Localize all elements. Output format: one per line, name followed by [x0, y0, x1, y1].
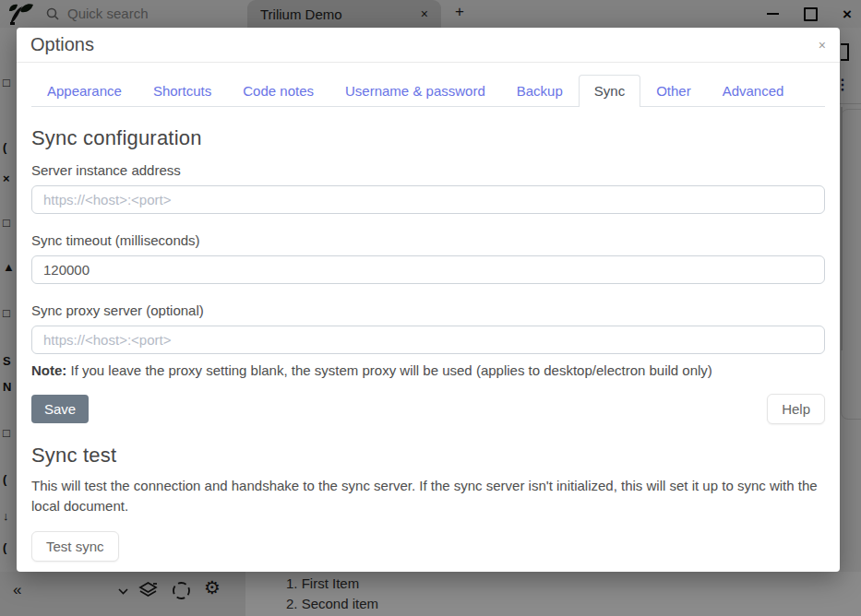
test-sync-button[interactable]: Test sync [31, 531, 119, 562]
tab-advanced[interactable]: Advanced [707, 75, 800, 106]
sync-test-description: This will test the connection and handsh… [31, 476, 825, 516]
sync-timeout-input[interactable] [31, 255, 825, 284]
proxy-note-label: Note: [31, 362, 66, 378]
tab-sync[interactable]: Sync [579, 75, 640, 107]
server-address-input[interactable] [31, 185, 825, 214]
tab-appearance[interactable]: Appearance [31, 75, 138, 106]
sync-proxy-input[interactable] [31, 326, 825, 354]
dialog-header: Options × [17, 28, 840, 63]
options-dialog: Options × Appearance Shortcuts Code note… [17, 28, 840, 572]
dialog-close-icon[interactable]: × [819, 38, 826, 53]
tab-other[interactable]: Other [640, 75, 707, 106]
sync-test-heading: Sync test [31, 444, 825, 468]
save-button[interactable]: Save [31, 395, 89, 423]
options-tab-bar: Appearance Shortcuts Code notes Username… [31, 75, 825, 107]
tab-code-notes[interactable]: Code notes [227, 75, 329, 106]
proxy-note: Note: If you leave the proxy setting bla… [31, 362, 825, 378]
dialog-title: Options [30, 34, 94, 55]
tab-shortcuts[interactable]: Shortcuts [138, 75, 227, 106]
tab-backup[interactable]: Backup [501, 75, 579, 106]
help-button[interactable]: Help [767, 394, 825, 424]
tab-username-password[interactable]: Username & password [329, 75, 501, 106]
sync-configuration-heading: Sync configuration [31, 126, 825, 150]
sync-timeout-label: Sync timeout (milliseconds) [31, 232, 825, 248]
server-address-label: Server instance address [31, 162, 825, 178]
dialog-body: Appearance Shortcuts Code notes Username… [17, 63, 840, 562]
proxy-note-text: If you leave the proxy setting blank, th… [66, 362, 712, 378]
button-row: Save Help [31, 394, 825, 424]
sync-proxy-label: Sync proxy server (optional) [31, 302, 825, 318]
